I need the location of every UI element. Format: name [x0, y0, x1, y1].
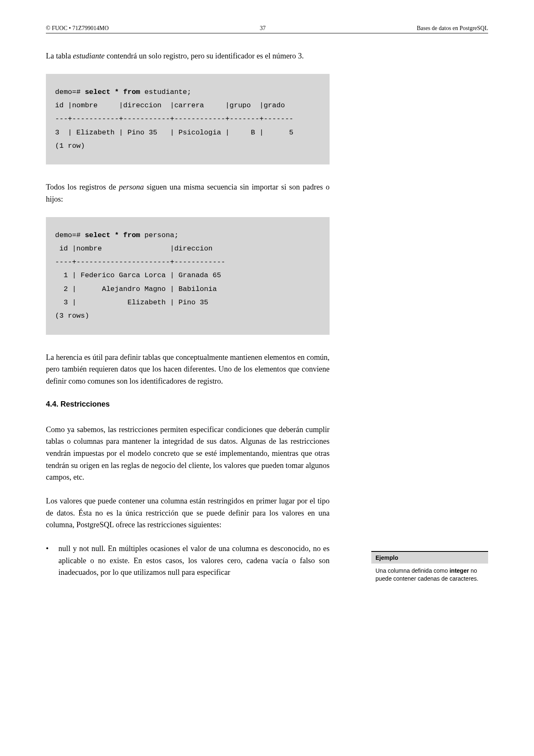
- header-right: Bases de datos en PostgreSQL: [417, 25, 488, 32]
- italic-text: estudiante: [73, 52, 105, 60]
- code-line: 2 | Alejandro Magno | Babilonia: [55, 285, 217, 293]
- bold-text: not null: [79, 544, 103, 553]
- code-prompt: demo=#: [55, 88, 85, 96]
- page: © FUOC • 71Z799014MO 37 Bases de datos e…: [0, 0, 534, 612]
- italic-text: persona: [119, 183, 144, 191]
- code-text: persona;: [140, 231, 179, 239]
- paragraph-2: Todos los registros de persona siguen un…: [46, 181, 330, 205]
- code-line: (3 rows): [55, 312, 89, 320]
- code-line: 3 | Elizabeth | Pino 35: [55, 298, 208, 306]
- section-heading: 4.4. Restricciones: [46, 400, 330, 409]
- code-line: id |nombre |direccion |carrera |grupo |g…: [55, 101, 285, 109]
- paragraph-1: La tabla estudiante contendrá un solo re…: [46, 50, 330, 62]
- main-column: La tabla estudiante contendrá un solo re…: [46, 50, 330, 579]
- text: y: [71, 544, 79, 553]
- code-keyword: select * from: [85, 231, 140, 239]
- text: para especificar: [180, 568, 230, 576]
- bullet-item: • null y not null. En múltiples ocasione…: [46, 543, 330, 579]
- code-line: 3 | Elizabeth | Pino 35 | Psicologia | B…: [55, 129, 293, 137]
- page-number: 37: [260, 25, 266, 32]
- bold-text: null: [58, 544, 71, 553]
- text: La tabla: [46, 52, 73, 60]
- code-line: 1 | Federico Garca Lorca | Granada 65: [55, 271, 221, 279]
- text: Una columna definida como: [375, 567, 449, 574]
- code-line: ----+----------------------+------------: [55, 258, 225, 266]
- code-line: ---+-----------+-----------+------------…: [55, 115, 293, 123]
- code-keyword: select * from: [85, 88, 140, 96]
- code-line: (1 row): [55, 142, 85, 150]
- code-prompt: demo=#: [55, 231, 85, 239]
- sidebar-body: Una columna definida como integer no pue…: [371, 564, 488, 586]
- paragraph-3: La herencia es útil para definir tablas …: [46, 351, 330, 387]
- paragraph-4: Como ya sabemos, las restricciones permi…: [46, 424, 330, 483]
- code-line: id |nombre |direccion: [55, 245, 212, 253]
- paragraph-5: Los valores que puede contener una colum…: [46, 495, 330, 531]
- code-text: estudiante;: [140, 88, 191, 96]
- text: Todos los registros de: [46, 183, 119, 191]
- page-header: © FUOC • 71Z799014MO 37 Bases de datos e…: [46, 25, 488, 33]
- code-block-1: demo=# select * from estudiante; id |nom…: [46, 74, 330, 164]
- sidebar-note: Ejemplo Una columna definida como intege…: [371, 551, 488, 586]
- bold-text: integer: [449, 567, 469, 574]
- header-left: © FUOC • 71Z799014MO: [46, 25, 109, 32]
- sidebar-title: Ejemplo: [371, 552, 488, 564]
- code-block-2: demo=# select * from persona; id |nombre…: [46, 217, 330, 335]
- bullet-body: null y not null. En múltiples ocasiones …: [58, 543, 330, 579]
- bold-text: null: [168, 568, 180, 576]
- text: contendrá un solo registro, pero su iden…: [105, 52, 304, 60]
- bullet-mark: •: [46, 543, 58, 579]
